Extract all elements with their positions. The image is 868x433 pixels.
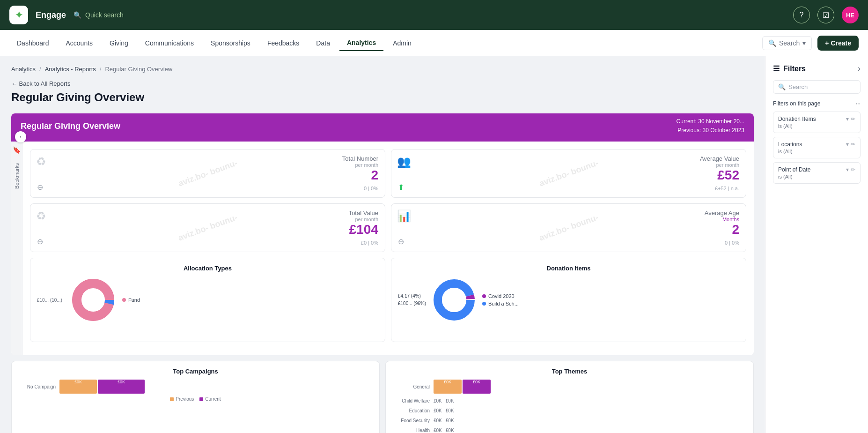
tasks-button[interactable]: ☑ <box>817 7 834 23</box>
report-date-info: Current: 30 November 20... Previous: 30 … <box>677 117 744 135</box>
stat-icon-users: ♻ <box>36 155 46 168</box>
filter-icon: ☰ <box>773 64 780 73</box>
legend-covid: Covid 2020 <box>482 293 519 299</box>
top-themes-card: Top Themes General £0K £0K Child Welfare… <box>385 361 754 433</box>
breadcrumb-sep-2: / <box>100 66 102 73</box>
top-bar: ✦ Engage 🔍 Quick search ? ☑ HE <box>0 0 868 30</box>
stat-card-total-number: aviz.bo- bounu- ♻ Total Number per month… <box>30 149 385 198</box>
report-header: Regular Giving Overview Current: 30 Nove… <box>11 113 754 142</box>
search-icon: 🔍 <box>74 11 81 19</box>
large-charts-section: Top Campaigns No Campaign £0K £0K <box>11 361 754 433</box>
page-header: ← Back to All Reports Regular Giving Ove… <box>11 80 754 104</box>
main-content: Analytics / Analytics - Reports / Regula… <box>0 56 868 433</box>
report-container: › Regular Giving Overview Current: 30 No… <box>11 113 754 355</box>
theme-row-general: General £0K £0K <box>392 380 747 394</box>
breadcrumb: Analytics / Analytics - Reports / Regula… <box>11 66 754 73</box>
content-area: Analytics / Analytics - Reports / Regula… <box>0 56 765 433</box>
avatar[interactable]: HE <box>842 7 859 23</box>
legend-dot-covid <box>482 294 486 298</box>
donut-container: £10... (10...) <box>37 276 378 323</box>
filter-locations[interactable]: Locations ▾ ✏ is (All) <box>773 137 861 158</box>
bookmark-icon[interactable]: 🔖 <box>13 146 21 154</box>
create-button[interactable]: + Create <box>817 36 859 51</box>
bar-curr: £0K <box>98 380 145 394</box>
nav-item-analytics[interactable]: Analytics <box>339 35 383 51</box>
filter-point-of-date-icons: ▾ ✏ <box>846 166 855 173</box>
theme-bar-pair-0: £0K £0K <box>434 380 491 394</box>
theme-row-child-welfare: Child Welfare £0K £0K <box>392 398 747 403</box>
report-header-title: Regular Giving Overview <box>21 121 120 131</box>
quick-search[interactable]: 🔍 Quick search <box>74 11 124 19</box>
breadcrumb-analytics[interactable]: Analytics <box>11 66 36 73</box>
filter-donation-icons: ▾ ✏ <box>846 116 855 122</box>
campaigns-bars: No Campaign £0K £0K <box>18 380 373 394</box>
nav-search-icon: 🔍 <box>768 39 776 47</box>
top-bar-right: ? ☑ HE <box>793 7 859 23</box>
theme-bar-prev-0: £0K <box>434 380 462 394</box>
nav-search-dropdown-icon: ▾ <box>802 39 806 47</box>
nav-right: 🔍 Search ▾ + Create <box>762 36 859 51</box>
filter-dropdown-icon[interactable]: ▾ <box>846 116 849 122</box>
legend-prev: Previous <box>170 396 194 402</box>
nav-item-communications[interactable]: Communications <box>138 36 201 51</box>
nav-item-accounts[interactable]: Accounts <box>59 36 101 51</box>
stat-card-total-value: aviz.bo- bounu- ♻ Total Value per month … <box>30 203 385 252</box>
logo[interactable]: ✦ <box>9 6 28 24</box>
allocation-types-card: Allocation Types £10... (10...) <box>30 258 385 342</box>
donation-labels: £4.17 (4%) £100... (96%) <box>398 292 426 307</box>
filter-donation-items[interactable]: Donation Items ▾ ✏ is (All) <box>773 112 861 133</box>
stat-change-up: ⬆ <box>398 183 404 192</box>
bookmarks-sidebar: 🔖 Bookmarks <box>11 142 22 355</box>
filters-more-icon[interactable]: ··· <box>856 100 861 107</box>
donut-outside-label: £10... (10...) <box>37 298 62 303</box>
back-link[interactable]: ← Back to All Reports <box>11 80 754 87</box>
donation-donut <box>431 276 478 323</box>
nav-item-data[interactable]: Data <box>309 36 338 51</box>
help-button[interactable]: ? <box>793 7 810 23</box>
donation-items-card: Donation Items £4.17 (4%) £100... (96%) <box>391 258 746 342</box>
filter-locations-dropdown-icon[interactable]: ▾ <box>846 141 849 148</box>
filter-point-of-date[interactable]: Point of Date ▾ ✏ is (All) <box>773 162 861 184</box>
stat-change-neutral: ⊖ <box>37 183 43 192</box>
nav-item-feedbacks[interactable]: Feedbacks <box>260 36 307 51</box>
legend-dot-prev <box>170 397 174 401</box>
legend-dot-fund <box>122 298 126 302</box>
nav-item-sponsorships[interactable]: Sponsorships <box>203 36 258 51</box>
legend-fund: Fund <box>122 297 140 303</box>
nav-item-admin[interactable]: Admin <box>385 36 419 51</box>
filter-locations-header: Locations ▾ ✏ <box>778 141 855 148</box>
filters-panel: ☰ Filters › 🔍 Search Filters on this pag… <box>765 56 868 433</box>
filter-locations-icons: ▾ ✏ <box>846 141 855 148</box>
campaigns-legend: Previous Current <box>18 396 373 402</box>
breadcrumb-current: Regular Giving Overview <box>105 66 172 73</box>
stat-icon-average: 👥 <box>397 155 411 168</box>
bookmarks-label: Bookmarks <box>14 163 20 189</box>
filter-pod-dropdown-icon[interactable]: ▾ <box>846 166 849 173</box>
svg-point-0 <box>77 284 110 316</box>
stat-change-neutral-2: ⊖ <box>37 237 43 246</box>
breadcrumb-reports[interactable]: Analytics - Reports <box>45 66 96 73</box>
theme-values-4: £0K £0K <box>434 428 454 433</box>
report-body: 🔖 Bookmarks aviz.bo- bounu- ♻ Total Numb… <box>11 142 754 355</box>
donation-legend: Covid 2020 Build a Sch... <box>482 293 519 306</box>
report-inner: aviz.bo- bounu- ♻ Total Number per month… <box>22 142 754 355</box>
theme-values-1: £0K £0K <box>434 398 454 403</box>
nav-item-dashboard[interactable]: Dashboard <box>9 36 57 51</box>
filters-search[interactable]: 🔍 Search <box>773 80 861 94</box>
breadcrumb-sep-1: / <box>39 66 41 73</box>
filter-edit-icon[interactable]: ✏ <box>851 116 855 122</box>
collapse-button[interactable]: › <box>15 131 26 142</box>
top-campaigns-card: Top Campaigns No Campaign £0K £0K <box>11 361 380 433</box>
stats-row: aviz.bo- bounu- ♻ Total Number per month… <box>30 149 746 252</box>
stat-change-neutral-3: ⊖ <box>398 237 404 246</box>
svg-point-4 <box>442 288 466 312</box>
filter-locations-edit-icon[interactable]: ✏ <box>851 141 855 148</box>
filter-donation-items-header: Donation Items ▾ ✏ <box>778 116 855 122</box>
stat-icon-age: 📊 <box>397 209 411 223</box>
page-title: Regular Giving Overview <box>11 91 754 104</box>
nav-search[interactable]: 🔍 Search ▾ <box>762 36 812 50</box>
theme-values-3: £0K £0K <box>434 418 454 423</box>
nav-item-giving[interactable]: Giving <box>102 36 136 51</box>
filters-toggle-button[interactable]: › <box>858 64 861 74</box>
filter-pod-edit-icon[interactable]: ✏ <box>851 166 855 173</box>
